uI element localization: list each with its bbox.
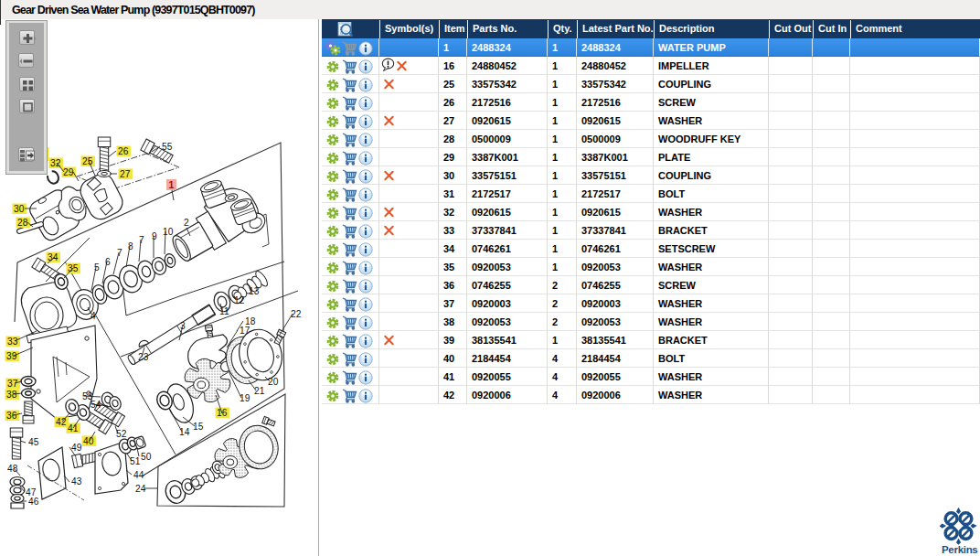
svg-text:36: 36 [6, 411, 17, 421]
svg-text:20: 20 [268, 377, 279, 387]
svg-text:34: 34 [48, 252, 59, 262]
svg-text:28: 28 [17, 218, 28, 228]
svg-text:50: 50 [141, 452, 152, 462]
svg-text:13: 13 [249, 286, 260, 296]
svg-text:30: 30 [14, 204, 25, 214]
svg-text:44: 44 [133, 470, 144, 480]
svg-text:39: 39 [6, 351, 17, 361]
svg-text:45: 45 [28, 437, 39, 447]
svg-text:29: 29 [63, 167, 74, 177]
svg-text:23: 23 [138, 352, 149, 362]
svg-text:1: 1 [169, 179, 175, 190]
svg-text:25: 25 [82, 156, 93, 166]
svg-text:21: 21 [254, 386, 265, 396]
svg-text:27: 27 [120, 169, 131, 179]
svg-text:49: 49 [71, 443, 82, 453]
svg-text:46: 46 [28, 497, 39, 507]
svg-text:26: 26 [118, 146, 129, 156]
svg-text:4: 4 [91, 311, 96, 321]
svg-text:55: 55 [162, 142, 173, 152]
svg-text:7: 7 [139, 235, 144, 245]
svg-text:10: 10 [163, 227, 174, 237]
svg-text:2: 2 [184, 218, 189, 228]
svg-text:14: 14 [179, 427, 190, 437]
svg-text:41: 41 [68, 423, 79, 433]
svg-text:37: 37 [7, 379, 18, 389]
svg-text:15: 15 [193, 422, 204, 432]
svg-text:48: 48 [7, 464, 18, 474]
svg-text:33: 33 [7, 337, 18, 347]
svg-text:38: 38 [6, 390, 17, 400]
svg-text:19: 19 [240, 393, 250, 403]
svg-text:17: 17 [240, 326, 250, 336]
svg-text:24: 24 [135, 484, 146, 494]
svg-text:51: 51 [130, 456, 141, 466]
svg-text:43: 43 [71, 476, 82, 486]
svg-text:52: 52 [116, 429, 127, 439]
svg-text:9: 9 [152, 231, 157, 241]
svg-text:Perkins: Perkins [942, 544, 977, 555]
svg-text:12: 12 [234, 295, 245, 305]
svg-text:40: 40 [83, 436, 94, 446]
svg-text:11: 11 [219, 306, 229, 316]
